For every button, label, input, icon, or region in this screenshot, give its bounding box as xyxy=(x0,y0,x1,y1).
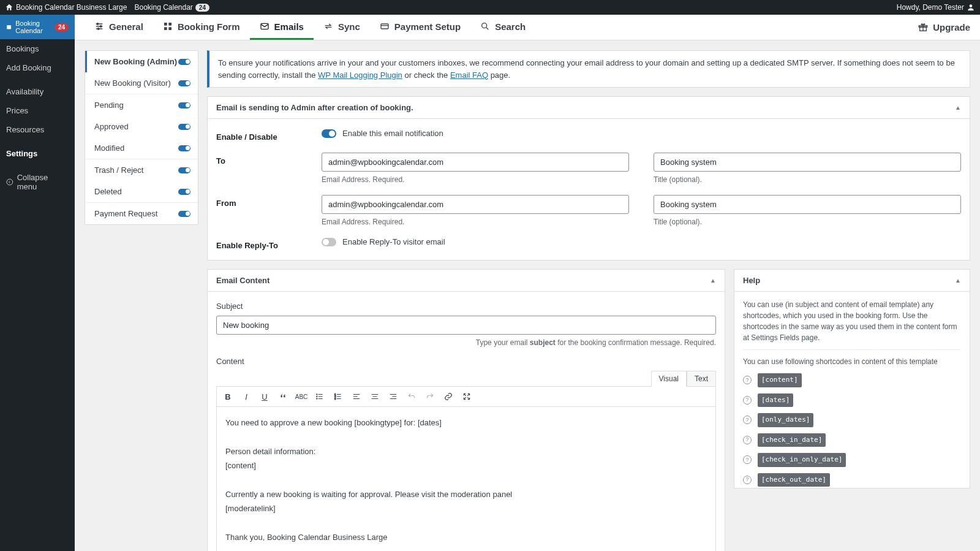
collapse-label: Collapse menu xyxy=(17,173,69,191)
tab-search[interactable]: Search xyxy=(470,15,535,40)
bullet-list-button[interactable] xyxy=(314,390,326,403)
tab-booking-form[interactable]: Booking Form xyxy=(153,15,250,40)
user-icon xyxy=(967,3,975,12)
redo-button[interactable] xyxy=(424,390,436,403)
email-item-new-admin[interactable]: New Booking (Admin) xyxy=(85,51,198,72)
sidemenu-item-settings[interactable]: Settings xyxy=(0,144,75,163)
shortcode-tag[interactable]: [only_dates] xyxy=(758,413,813,427)
tab-general[interactable]: General xyxy=(85,15,153,40)
number-list-button[interactable]: 123 xyxy=(332,390,344,403)
svg-rect-10 xyxy=(168,27,172,30)
content-collapse-icon[interactable]: ▲ xyxy=(710,277,716,284)
admin-bar: Booking Calendar Business Large Booking … xyxy=(0,0,980,15)
to-email-input[interactable] xyxy=(322,153,629,172)
shortcode-help-icon[interactable]: ? xyxy=(743,476,752,484)
fullscreen-button[interactable] xyxy=(461,390,473,403)
plugin-toolbar-link[interactable]: Booking Calendar 24 xyxy=(134,3,209,12)
to-title-input[interactable] xyxy=(654,153,961,172)
undo-button[interactable] xyxy=(405,390,418,403)
shortcode-help-icon[interactable]: ? xyxy=(743,416,752,424)
shortcode-tag[interactable]: [check_in_only_date] xyxy=(758,453,846,467)
email-item-new-visitor[interactable]: New Booking (Visitor) xyxy=(85,72,198,94)
plugin-badge: 24 xyxy=(195,4,209,12)
shortcode-help-icon[interactable]: ? xyxy=(743,376,752,384)
email-item-toggle[interactable] xyxy=(178,102,190,108)
underline-button[interactable]: U xyxy=(258,390,271,403)
tab-payment[interactable]: Payment Setup xyxy=(370,15,470,40)
email-item-toggle[interactable] xyxy=(178,167,190,173)
quote-button[interactable] xyxy=(277,390,289,403)
editor-tab-visual[interactable]: Visual xyxy=(651,371,687,387)
tab-booking-form-label: Booking Form xyxy=(178,21,240,32)
howdy-text: Howdy, Demo Tester xyxy=(897,3,964,12)
settings-tabs: General Booking Form Emails Sync Payment… xyxy=(75,15,980,40)
email-item-toggle[interactable] xyxy=(178,124,190,130)
home-link[interactable]: Booking Calendar Business Large xyxy=(5,3,127,12)
shortcode-tag[interactable]: [dates] xyxy=(758,393,793,408)
sidemenu-item-bookings[interactable]: Bookings xyxy=(0,39,75,58)
email-item-toggle[interactable] xyxy=(178,80,190,86)
sidemenu-item-add-booking[interactable]: Add Booking xyxy=(0,58,75,77)
shortcode-row: ?[check_in_only_date] xyxy=(743,453,961,467)
bold-button[interactable]: B xyxy=(222,390,234,403)
editor-tab-text[interactable]: Text xyxy=(687,371,716,387)
email-item-approved[interactable]: Approved xyxy=(85,116,198,137)
shortcode-row: ?[dates] xyxy=(743,393,961,408)
email-item-pending[interactable]: Pending xyxy=(85,94,198,116)
from-email-input[interactable] xyxy=(322,195,629,214)
tab-sync[interactable]: Sync xyxy=(314,15,370,40)
howdy-link[interactable]: Howdy, Demo Tester xyxy=(897,3,975,12)
notice-link-wp-mail[interactable]: WP Mail Logging Plugin xyxy=(318,70,402,80)
help-collapse-icon[interactable]: ▲ xyxy=(955,277,961,284)
home-icon xyxy=(5,3,13,12)
quote-icon xyxy=(279,392,287,401)
email-item-toggle[interactable] xyxy=(178,59,190,65)
strikethrough-button[interactable]: ABC xyxy=(295,390,307,403)
email-settings-panel: Email is sending to Admin after creation… xyxy=(207,96,970,260)
from-title-input[interactable] xyxy=(654,195,961,214)
content-label: Content xyxy=(216,357,716,366)
sidemenu-collapse[interactable]: Collapse menu xyxy=(0,168,75,196)
shortcode-help-icon[interactable]: ? xyxy=(743,396,752,405)
email-item-toggle[interactable] xyxy=(178,189,190,195)
enable-toggle[interactable] xyxy=(322,129,336,138)
email-item-label: Pending xyxy=(94,101,124,110)
shortcode-help-icon[interactable]: ? xyxy=(743,455,752,464)
shortcode-row: ?[check_out_date] xyxy=(743,473,961,487)
align-center-icon xyxy=(371,392,379,401)
align-left-button[interactable] xyxy=(350,390,363,403)
email-item-toggle[interactable] xyxy=(178,211,190,217)
email-item-label: Modified xyxy=(94,143,124,153)
shortcode-tag[interactable]: [content] xyxy=(758,373,802,387)
notice-link-faq[interactable]: Email FAQ xyxy=(450,70,488,80)
email-item-trash[interactable]: Trash / Reject xyxy=(85,159,198,181)
redo-icon xyxy=(426,392,434,401)
upgrade-button[interactable]: Upgrade xyxy=(918,22,970,32)
plugin-name: Booking Calendar xyxy=(134,3,192,12)
shortcode-help-icon[interactable]: ? xyxy=(743,436,752,444)
sidemenu-item-prices[interactable]: Prices xyxy=(0,101,75,120)
align-right-button[interactable] xyxy=(387,390,399,403)
shortcode-tag[interactable]: [check_in_date] xyxy=(758,433,826,447)
email-item-deleted[interactable]: Deleted xyxy=(85,181,198,202)
sidemenu-main-label: Booking Calendar xyxy=(15,20,51,34)
svg-rect-12 xyxy=(381,24,388,29)
align-center-button[interactable] xyxy=(369,390,381,403)
email-item-toggle[interactable] xyxy=(178,145,190,151)
sidemenu-item-resources[interactable]: Resources xyxy=(0,120,75,139)
sidemenu-main[interactable]: Booking Calendar 24 xyxy=(0,15,75,39)
shortcode-tag[interactable]: [check_out_date] xyxy=(758,473,830,487)
from-email-help: Email Address. Required. xyxy=(322,218,629,226)
replyto-toggle[interactable] xyxy=(322,238,336,246)
panel-collapse-icon[interactable]: ▲ xyxy=(955,104,961,111)
subject-input[interactable] xyxy=(216,316,716,335)
editor-content[interactable]: You need to approve a new booking [booki… xyxy=(216,407,716,551)
tab-emails[interactable]: Emails xyxy=(250,15,314,40)
sidemenu-item-availability[interactable]: Availability xyxy=(0,82,75,101)
help-panel: Help ▲ You can use (in subject and conte… xyxy=(734,269,970,488)
email-item-modified[interactable]: Modified xyxy=(85,137,198,159)
link-button[interactable] xyxy=(442,390,454,403)
italic-button[interactable]: I xyxy=(240,390,252,403)
fullscreen-icon xyxy=(462,392,471,401)
email-item-payment-request[interactable]: Payment Request xyxy=(85,203,198,224)
